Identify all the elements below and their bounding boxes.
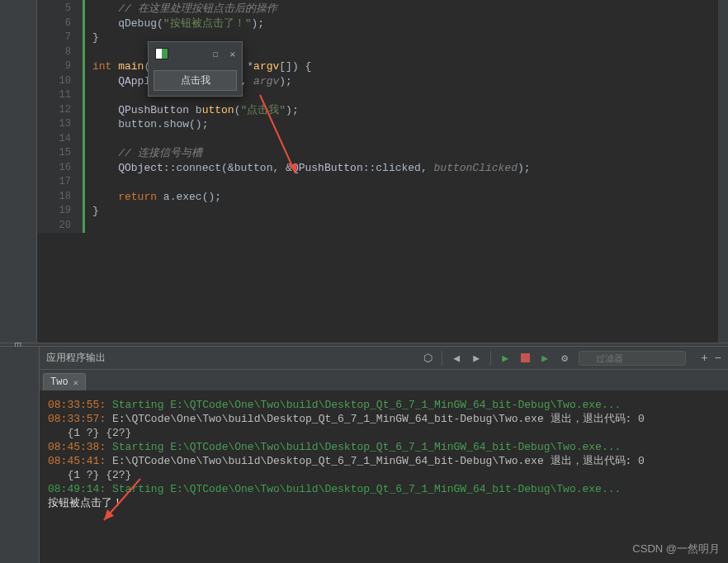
output-tabs: Two ✕ — [40, 370, 728, 391]
maximize-icon[interactable]: ☐ — [213, 49, 219, 59]
output-tab-two[interactable]: Two ✕ — [43, 373, 86, 390]
stop-icon[interactable] — [519, 352, 531, 364]
app-titlebar[interactable]: ☐ ✕ — [149, 42, 242, 65]
back-icon[interactable]: ◀ — [451, 352, 462, 364]
code-content[interactable]: // 在这里处理按钮点击后的操作 qDebug("按钮被点击了！"); } in… — [83, 0, 728, 233]
filter-input[interactable] — [579, 351, 686, 366]
run-icon[interactable]: ▶ — [499, 352, 511, 364]
rerun-icon[interactable]: ▶ — [539, 352, 551, 364]
click-me-button[interactable]: 点击我 — [154, 70, 237, 91]
output-title: 应用程序输出 — [46, 351, 106, 365]
output-side-toolbar — [0, 347, 40, 563]
left-toolbar: ◫ ⊞ — [0, 0, 37, 343]
close-tab-icon[interactable]: ✕ — [73, 377, 79, 388]
code-editor[interactable]: 567891011121314151617181920 // 在这里处理按钮点击… — [37, 0, 728, 343]
zoom-out-icon[interactable]: − — [715, 352, 721, 365]
watermark: CSDN @一然明月 — [632, 542, 720, 556]
close-icon[interactable]: ✕ — [229, 49, 235, 59]
output-console[interactable]: 08:33:55: Starting E:\QTCode\One\Two\bui… — [40, 391, 728, 563]
zoom-in-icon[interactable]: + — [701, 352, 707, 365]
line-gutter: 567891011121314151617181920 — [37, 0, 83, 233]
output-toolbar: 应用程序输出 ⬡ ◀ ▶ ▶ ▶ ⚙ + − — [40, 347, 728, 370]
forward-icon[interactable]: ▶ — [470, 352, 482, 364]
app-window[interactable]: ☐ ✕ 点击我 — [148, 41, 243, 97]
app-icon — [155, 48, 168, 59]
settings-icon[interactable]: ⚙ — [559, 352, 570, 364]
pin-icon[interactable]: ⬡ — [422, 352, 433, 364]
